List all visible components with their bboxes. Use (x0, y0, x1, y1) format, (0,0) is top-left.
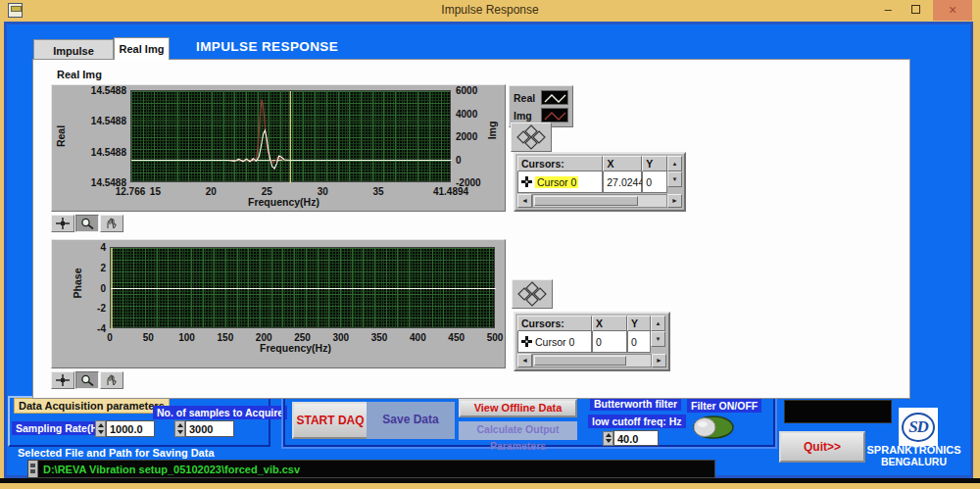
magnifier-icon (80, 374, 94, 386)
cursor-tool-button[interactable] (51, 215, 74, 232)
scroll-left-button[interactable]: ◄ (517, 194, 532, 208)
axis-tick-label: 200 (256, 332, 272, 343)
sampling-rate-input[interactable]: 1000.0 (106, 420, 155, 437)
axis-tick-label: 100 (178, 332, 195, 343)
axis-tick-label: 250 (294, 332, 311, 343)
scroll-down-button[interactable]: ▼ (667, 171, 682, 187)
browse-icon[interactable] (28, 461, 38, 477)
phase-plot-area[interactable] (110, 247, 495, 328)
horizontal-scrollbar[interactable] (532, 194, 667, 208)
file-path-control[interactable]: D:\REVA Vibration setup_05102023\forced_… (27, 460, 715, 478)
pan-tool-button[interactable] (100, 371, 123, 389)
low-cutoff-label: low cutoff freq: Hz (588, 415, 686, 428)
axis-tick-label: -2 (82, 303, 106, 314)
tab-impulse-response[interactable]: Impulse Response (33, 39, 114, 60)
zoom-tool-button[interactable] (75, 371, 99, 389)
low-cutoff-spinner[interactable] (603, 431, 613, 446)
save-data-button[interactable]: Save Data (367, 402, 455, 439)
scrollbar-thumb[interactable] (534, 196, 638, 206)
axis-tick-label: 500 (487, 332, 504, 343)
view-offline-data-button[interactable]: View Offline Data (459, 399, 577, 417)
legend-item-img[interactable]: Img (514, 107, 568, 123)
axis-tick-label: 300 (332, 332, 349, 343)
window-title: Impulse Response (0, 3, 980, 17)
sampling-rate-spinner[interactable] (95, 420, 106, 437)
crosshair-icon (56, 374, 70, 386)
cursor-row[interactable]: Cursor 0 (517, 331, 592, 353)
scrollbar-thumb[interactable] (534, 356, 626, 366)
legend-item-real[interactable]: Real (514, 89, 568, 106)
brand-line1: SPRANKTRONICS (862, 444, 965, 456)
legend-label-real: Real (514, 92, 541, 104)
sampling-rate-control: 1000.0 (95, 420, 155, 437)
cursor-pad-icon (515, 280, 549, 308)
cursor-tool-button[interactable] (51, 371, 74, 389)
pan-tool-button[interactable] (100, 215, 123, 232)
increment-icon (98, 423, 104, 427)
cursors-x-header: X (592, 316, 627, 331)
axis-tick-label: 41.4894 (433, 186, 468, 197)
start-daq-button[interactable]: START DAQ (292, 402, 368, 439)
bottom-x-axis-label: Frequency(Hz) (260, 342, 331, 354)
filter-toggle-switch[interactable] (692, 415, 735, 444)
axis-tick-label: 150 (218, 332, 234, 343)
axis-tick-label: 4000 (456, 109, 495, 120)
decrement-icon (606, 439, 612, 443)
tab-real-img[interactable]: Real Img (114, 37, 170, 60)
axis-tick-label: 14.5488 (72, 85, 126, 96)
cursor-row[interactable]: Cursor 0 (517, 171, 603, 193)
file-path-label: Selected File and Path for Saving Data (18, 447, 215, 459)
axis-tick-label: 0 (82, 283, 106, 294)
cursors-x-header: X (603, 156, 642, 171)
scroll-right-button[interactable]: ► (652, 354, 666, 367)
samples-input[interactable]: 3000 (185, 420, 234, 437)
quit-button[interactable]: Quit>> (779, 431, 865, 463)
minimize-button[interactable]: – (874, 0, 902, 21)
real-img-plot-area[interactable] (130, 90, 451, 182)
top-x-axis-label: Frequency(Hz) (248, 196, 319, 208)
axis-tick-label: 35 (373, 186, 384, 197)
cursor-name: Cursor 0 (535, 176, 578, 188)
cursor-name: Cursor 0 (535, 336, 574, 348)
cursor-mover-pad-top[interactable] (511, 122, 552, 152)
axis-tick-label: 14.5488 (72, 147, 126, 158)
real-axis-label: Real (55, 122, 67, 151)
axis-tick-label: 450 (448, 332, 465, 343)
zoom-tool-button[interactable] (75, 215, 99, 232)
scroll-right-button[interactable]: ► (667, 194, 682, 208)
cursors-y-header: Y (627, 316, 651, 331)
horizontal-scrollbar[interactable] (532, 354, 652, 367)
axis-tick-label: 350 (371, 332, 388, 343)
hand-icon (105, 374, 119, 386)
title-bar: Impulse Response – × (0, 0, 980, 22)
cursors-table-top: Cursors: X Y ▲ Cursor 0 27.0244 0 ▼ ◄ (514, 152, 686, 212)
axis-tick-label: 2 (82, 263, 106, 273)
samples-label: No. of samples to Acquire (153, 406, 287, 419)
increment-icon (606, 433, 612, 437)
axis-tick-label: 20 (206, 186, 217, 197)
app-window: Impulse Response – × Impulse Response Re… (0, 0, 980, 489)
close-button[interactable]: × (933, 0, 972, 21)
daq-panel-title: Data Acquisition parameters (14, 398, 170, 414)
calculate-output-button[interactable]: Calculate Output Parameters (459, 421, 577, 440)
axis-tick-label: 0 (456, 155, 495, 166)
scroll-up-button[interactable]: ▲ (667, 156, 682, 171)
cursor-mover-pad-bottom[interactable] (512, 279, 553, 309)
brand-line2: BENGALURU (862, 456, 965, 467)
maximize-button[interactable] (902, 0, 929, 21)
axis-tick-label: 0 (107, 332, 113, 343)
toggle-switch-icon (692, 415, 735, 440)
scroll-left-button[interactable]: ◄ (517, 354, 532, 367)
axis-tick-label: 12.766 (116, 186, 146, 197)
samples-spinner[interactable] (174, 420, 185, 437)
brand-text: SPRANKTRONICS BENGALURU (862, 444, 965, 467)
graph-title-real-img: Real Img (57, 69, 102, 80)
status-display (784, 400, 892, 423)
scroll-up-button[interactable]: ▲ (651, 316, 665, 331)
low-cutoff-input[interactable]: 40.0 (613, 430, 659, 446)
cursors-y-header: Y (642, 156, 667, 171)
scroll-down-button[interactable]: ▼ (651, 331, 665, 347)
graph-palette-bottom (51, 371, 123, 389)
axis-tick-label: 15 (150, 186, 161, 197)
crosshair-icon (56, 218, 70, 229)
